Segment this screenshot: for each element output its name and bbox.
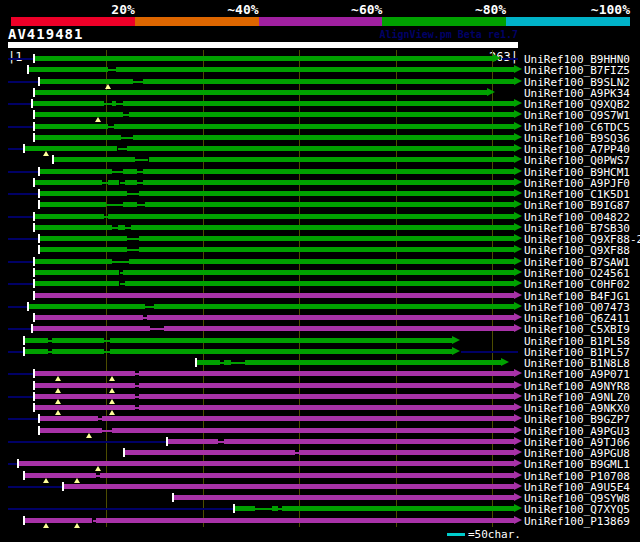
alignment-bar-segment [129, 259, 515, 264]
subject-direction-arrow [514, 99, 522, 107]
subject-label[interactable]: UniRef100_Q9S7W1 [524, 110, 630, 121]
subject-direction-arrow [514, 65, 522, 73]
alignment-row: UniRef100_Q7XYQ5 [0, 504, 640, 515]
alignment-bar-segment [125, 450, 295, 455]
subject-label[interactable]: UniRef100_Q7XYQ5 [524, 504, 630, 515]
alignment-bar-segment [25, 518, 93, 523]
alignment-row: UniRef100_P13869 [0, 516, 640, 527]
scale-ruler-legend-text: =50char. [468, 528, 521, 541]
subject-label[interactable]: UniRef100_C5XBI9 [524, 324, 630, 335]
alignment-bar-segment [33, 101, 104, 106]
subject-direction-arrow [514, 381, 522, 389]
subject-label[interactable]: UniRef100_B9GML1 [524, 459, 630, 470]
alignment-bar-segment [123, 202, 137, 207]
subject-label[interactable]: UniRef100_B9HCM1 [524, 167, 630, 178]
alignment-bar-segment [35, 394, 135, 399]
scale-label: 20% [111, 2, 134, 17]
alignment-row: UniRef100_B9GZP7 [0, 414, 640, 425]
gap-line [121, 137, 133, 139]
subject-direction-arrow [514, 144, 522, 152]
subject-direction-arrow [514, 133, 522, 141]
subject-direction-arrow [514, 257, 522, 265]
alignment-row: UniRef100_B9SLN2 [0, 77, 640, 88]
alignment-bar-segment [164, 326, 515, 331]
scale-label: ~80% [475, 2, 506, 17]
alignment-bar-segment [299, 450, 515, 455]
alignment-bar-segment [54, 157, 135, 162]
subject-direction-arrow [514, 437, 522, 445]
identity-color-scale-bar [11, 17, 630, 26]
subject-label[interactable]: UniRef100_Q0PWS7 [524, 155, 630, 166]
subject-direction-arrow [514, 223, 522, 231]
subject-label[interactable]: UniRef100_B1PL58 [524, 336, 630, 347]
alignment-row: UniRef100_B9IG87 [0, 200, 640, 211]
subject-direction-arrow [514, 155, 522, 163]
alignment-bar-segment [25, 473, 96, 478]
subject-direction-arrow [514, 110, 522, 118]
alignment-plot: UniRef100_B9HHN0UniRef100_B7FIZ5UniRef10… [0, 54, 640, 527]
alignment-row: UniRef100_A9P071 [0, 369, 640, 380]
subject-overhang-line [502, 58, 518, 60]
subject-label[interactable]: UniRef100_O04822 [524, 212, 630, 223]
alignment-bar-segment [125, 180, 137, 185]
scale-label: ~60% [351, 2, 382, 17]
subject-label[interactable]: UniRef100_C6TDC5 [524, 122, 630, 133]
subject-label[interactable]: UniRef100_B4FJG1 [524, 291, 630, 302]
subject-direction-arrow [514, 482, 522, 490]
subject-direction-arrow [514, 245, 522, 253]
subject-label[interactable]: UniRef100_Q9XF88 [524, 245, 630, 256]
subject-label[interactable]: UniRef100_B7FIZ5 [524, 65, 630, 76]
scale-color-segment [259, 17, 383, 26]
alignview-screen: 20%~40%~60%~80%~100% AV419481 AlignView.… [0, 0, 640, 542]
alignment-bar-segment [147, 315, 516, 320]
alignment-row: UniRef100_B7FIZ5 [0, 65, 640, 76]
alignment-bar-segment [40, 428, 102, 433]
subject-label[interactable]: UniRef100_A9P071 [524, 369, 630, 380]
alignment-bar-segment [282, 506, 516, 511]
alignment-bar-segment [35, 135, 122, 140]
alignment-bar-segment [235, 506, 254, 511]
subject-direction-arrow [514, 493, 522, 501]
subject-direction-arrow [514, 189, 522, 197]
alignment-bar-segment [145, 202, 516, 207]
subject-label[interactable]: UniRef100_B9SLN2 [524, 77, 630, 88]
subject-label[interactable]: UniRef100_B9IG87 [524, 200, 630, 211]
gap-line [150, 328, 164, 330]
subject-label[interactable]: UniRef100_P13869 [524, 516, 630, 527]
alignment-bar-segment [108, 214, 515, 219]
alignment-bar-segment [40, 202, 106, 207]
subject-overhang-line [8, 103, 32, 105]
alignment-bar-segment [52, 338, 104, 343]
alignment-bar-segment [25, 338, 48, 343]
subject-direction-arrow [514, 122, 522, 130]
alignment-bar-segment [35, 112, 124, 117]
gap-line [231, 362, 245, 364]
subject-direction-arrow [514, 279, 522, 287]
subject-overhang-line [461, 351, 518, 353]
alignment-bar-segment [149, 157, 516, 162]
alignment-bar-segment [224, 439, 515, 444]
alignment-row: UniRef100_A9PGU3 [0, 426, 640, 437]
subject-direction-arrow [514, 291, 522, 299]
subject-overhang-line [8, 283, 34, 285]
alignment-bar-segment [102, 416, 515, 421]
gap-line [127, 193, 139, 195]
alignment-bar-segment [19, 461, 515, 466]
subject-label[interactable]: UniRef100_B9GZP7 [524, 414, 630, 425]
alignment-bar-segment [110, 338, 454, 343]
alignment-bar-segment [29, 67, 108, 72]
subject-direction-arrow [514, 459, 522, 467]
subject-label[interactable]: UniRef100_A9PGU3 [524, 426, 630, 437]
subject-direction-arrow [514, 302, 522, 310]
alignment-bar-segment [35, 56, 494, 61]
subject-overhang-line [8, 126, 34, 128]
alignment-row: UniRef100_Q0PWS7 [0, 155, 640, 166]
alignment-bar-segment [139, 247, 515, 252]
subject-label[interactable]: UniRef100_A9NYR8 [524, 381, 630, 392]
alignment-bar-segment [35, 315, 143, 320]
scale-color-segment [506, 17, 630, 26]
alignment-row: UniRef100_C5XBI9 [0, 324, 640, 335]
subject-direction-arrow [514, 234, 522, 242]
subject-label[interactable]: UniRef100_C0HF02 [524, 279, 630, 290]
subject-overhang-line [8, 216, 34, 218]
